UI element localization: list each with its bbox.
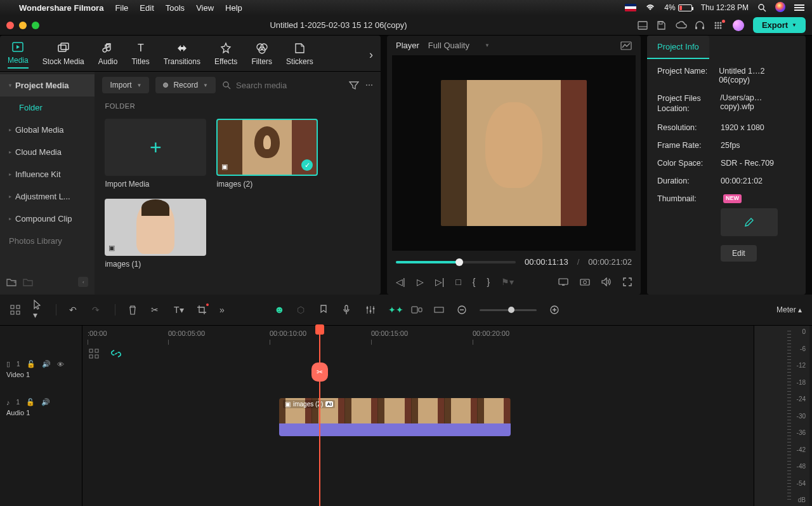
collapse-sidebar-button[interactable]: ‹	[78, 277, 88, 287]
battery-status[interactable]: 4%	[664, 3, 691, 12]
import-dropdown[interactable]: Import▼	[102, 77, 149, 93]
edit-button[interactable]: Edit	[721, 245, 757, 262]
snapshot-button[interactable]	[580, 278, 590, 286]
meter-toggle[interactable]: Meter ▴	[776, 305, 802, 314]
clock[interactable]: Thu 12:28 PM	[701, 3, 749, 12]
cloud-icon[interactable]	[676, 21, 686, 30]
sidebar-project-media[interactable]: ▾Project Media	[0, 74, 95, 97]
mark-in-button[interactable]: {	[473, 277, 476, 287]
record-dropdown[interactable]: Record▼	[155, 77, 216, 93]
sidebar-compound-clip[interactable]: ▸Compound Clip	[0, 208, 95, 230]
media-item-images-1[interactable]: ▣ images (1)	[105, 199, 206, 269]
timeline-ruler[interactable]: :00:00 00:00:05:00 00:00:10:00 00:00:15:…	[82, 326, 754, 345]
split-button[interactable]: ✂	[151, 305, 161, 315]
auto-beat-icon[interactable]: ✦✦	[388, 305, 398, 315]
marker-tool-icon[interactable]	[320, 305, 330, 315]
new-folder-icon[interactable]: +	[6, 277, 16, 286]
lock-icon[interactable]: 🔓	[27, 360, 36, 368]
zoom-slider[interactable]	[480, 309, 537, 311]
wifi-icon[interactable]	[645, 4, 655, 11]
close-window-button[interactable]	[6, 22, 14, 29]
tabs-overflow-icon[interactable]: ›	[369, 48, 373, 62]
redo-button[interactable]: ↷	[92, 305, 102, 315]
playhead[interactable]: ✂	[319, 326, 320, 506]
import-media-tile[interactable]: + Import Media	[105, 119, 206, 189]
minimize-window-button[interactable]	[19, 22, 27, 29]
tab-stock-media[interactable]: Stock Media	[43, 42, 84, 69]
split-handle-icon[interactable]: ✂	[311, 363, 328, 382]
player-preview[interactable]	[392, 55, 636, 251]
progress-bar[interactable]	[396, 261, 516, 263]
tab-project-info[interactable]: Project Info	[647, 36, 709, 59]
menu-tools[interactable]: Tools	[166, 3, 185, 13]
tab-transitions[interactable]: Transitions	[164, 42, 200, 69]
audio-track-header[interactable]: ♪1 🔓 🔊 Audio 1	[0, 396, 82, 434]
menu-file[interactable]: File	[115, 3, 128, 13]
save-icon[interactable]	[657, 21, 667, 30]
next-frame-button[interactable]: ▷|	[435, 277, 445, 287]
select-tool-icon[interactable]: ▾	[33, 300, 43, 320]
timeline-main[interactable]: :00:00 00:00:05:00 00:00:10:00 00:00:15:…	[82, 326, 754, 506]
mute-icon[interactable]: 🔊	[41, 398, 50, 406]
voiceover-icon[interactable]	[343, 305, 353, 315]
tab-effects[interactable]: Effects	[214, 42, 237, 69]
search-input[interactable]	[236, 81, 343, 90]
search-field[interactable]	[222, 81, 343, 90]
thumbnail-edit-tile[interactable]	[721, 208, 778, 236]
fullscreen-button[interactable]	[623, 277, 632, 286]
layout-icon[interactable]	[638, 21, 648, 30]
spotlight-icon[interactable]	[757, 3, 766, 12]
input-flag-icon[interactable]	[625, 4, 636, 11]
color-tool-icon[interactable]: ⬡	[297, 305, 307, 315]
ai-tool-icon[interactable]: ☻	[274, 304, 284, 316]
render-preview-icon[interactable]	[411, 306, 421, 314]
sidebar-folder[interactable]: Folder	[0, 97, 95, 119]
undo-button[interactable]: ↶	[69, 305, 79, 315]
apps-grid-icon[interactable]	[714, 21, 724, 30]
sidebar-adjustment-layer[interactable]: ▸Adjustment L...	[0, 185, 95, 208]
timeline-clip[interactable]: ▣images (2)AI	[279, 398, 511, 436]
sidebar-global-media[interactable]: ▸Global Media	[0, 119, 95, 141]
link-tracks-icon[interactable]	[110, 350, 122, 357]
menu-view[interactable]: View	[196, 3, 214, 13]
audio-mixer-icon[interactable]	[365, 305, 376, 314]
tab-media[interactable]: Media	[8, 41, 29, 69]
lock-icon[interactable]: 🔓	[26, 398, 35, 406]
tab-audio[interactable]: Audio	[98, 42, 118, 69]
sidebar-photos-library[interactable]: Photos Library	[0, 230, 95, 252]
control-center-icon[interactable]	[794, 4, 804, 11]
volume-button[interactable]	[601, 277, 612, 286]
sidebar-influence-kit[interactable]: ▸Influence Kit	[0, 163, 95, 185]
media-item-images-2[interactable]: ▣ ✓ images (2)	[216, 119, 318, 189]
play-button[interactable]: ▷	[417, 277, 424, 287]
prev-frame-button[interactable]: ◁|	[396, 277, 405, 287]
delete-button[interactable]	[128, 305, 138, 315]
headphones-icon[interactable]	[695, 21, 705, 30]
folder-icon[interactable]	[23, 277, 33, 286]
filter-icon[interactable]	[349, 81, 359, 90]
tab-filters[interactable]: Filters	[251, 42, 272, 69]
quality-dropdown[interactable]: Full Quality▼	[428, 41, 490, 50]
aspect-ratio-icon[interactable]	[434, 307, 444, 313]
marker-button[interactable]: ⚑▾	[501, 277, 514, 287]
mute-icon[interactable]: 🔊	[42, 360, 51, 368]
text-tool-icon[interactable]: T▾	[174, 305, 184, 315]
zoom-in-button[interactable]	[549, 305, 560, 315]
video-track-header[interactable]: ▯1 🔓 🔊 👁 Video 1	[0, 357, 82, 396]
tab-titles[interactable]: TTitles	[131, 42, 149, 69]
stop-button[interactable]: □	[455, 277, 461, 287]
timeline-layout-icon[interactable]	[10, 305, 20, 315]
analytics-icon[interactable]	[620, 41, 632, 50]
more-tools-icon[interactable]: »	[219, 305, 230, 315]
tab-stickers[interactable]: Stickers	[286, 42, 313, 69]
menu-edit[interactable]: Edit	[140, 3, 154, 13]
menu-help[interactable]: Help	[225, 3, 242, 13]
zoom-window-button[interactable]	[32, 22, 39, 29]
crop-tool-icon[interactable]	[197, 305, 207, 315]
more-icon[interactable]: ⋯	[365, 81, 373, 90]
user-avatar[interactable]	[733, 20, 744, 31]
clip-audio-lane[interactable]	[279, 423, 511, 436]
siri-icon[interactable]	[775, 2, 785, 14]
export-button[interactable]: Export▼	[753, 17, 806, 33]
zoom-out-button[interactable]	[457, 305, 467, 315]
